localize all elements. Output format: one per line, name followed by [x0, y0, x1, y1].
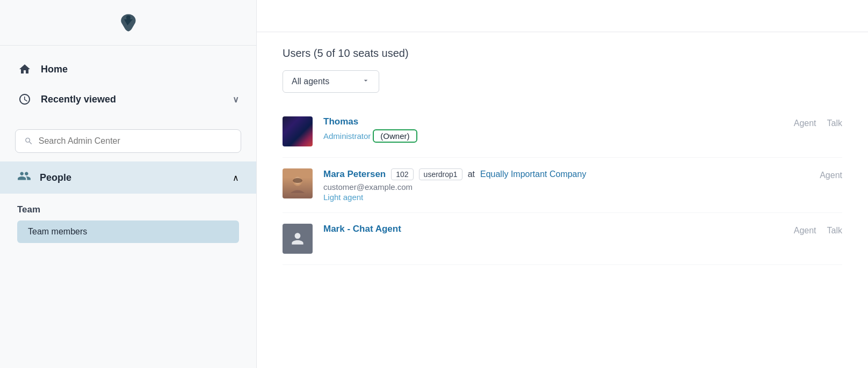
table-row: Thomas Administrator (Owner) Agent Talk	[283, 106, 842, 158]
mara-avatar-img	[288, 174, 307, 193]
main-content: Users (5 of 10 seats used) All agents Th…	[257, 0, 868, 368]
sidebar-item-people[interactable]: People ∧	[0, 161, 256, 194]
user-name[interactable]: Mara Petersen	[323, 169, 386, 180]
team-members-item[interactable]: Team members	[17, 220, 239, 243]
recently-viewed-label: Recently viewed	[41, 94, 116, 105]
at-text: at	[468, 170, 475, 179]
user-badge-102: 102	[391, 168, 413, 180]
filter-chevron-icon	[361, 76, 370, 87]
svg-point-0	[126, 16, 131, 20]
user-type: Light agent	[323, 193, 799, 202]
team-label: Team	[17, 204, 239, 215]
search-box[interactable]	[15, 129, 241, 153]
zendesk-logo	[115, 11, 141, 36]
people-icon	[17, 169, 31, 186]
user-info: Thomas Administrator (Owner)	[323, 116, 773, 143]
agent-label: Agent	[784, 224, 816, 235]
home-icon	[17, 62, 32, 77]
user-info: Mara Petersen 102 userdrop1 at Equally I…	[323, 168, 799, 202]
default-avatar-icon	[289, 230, 306, 247]
role-type: Administrator	[323, 131, 371, 141]
people-chevron: ∧	[233, 173, 239, 183]
sidebar-item-recently-viewed[interactable]: Recently viewed ∨	[0, 84, 256, 114]
avatar	[283, 168, 313, 198]
user-email: customer@example.com	[323, 182, 799, 192]
filter-label: All agents	[292, 77, 329, 86]
agent-label: Agent	[784, 116, 816, 128]
table-row: Mara Petersen 102 userdrop1 at Equally I…	[283, 158, 842, 213]
main-header	[257, 0, 868, 32]
thomas-avatar	[283, 116, 313, 146]
avatar	[283, 224, 313, 254]
product-label: Talk	[827, 224, 842, 235]
sidebar-item-home[interactable]: Home	[0, 54, 256, 84]
search-container	[0, 123, 256, 161]
users-title: Users (5 of 10 seats used)	[283, 47, 842, 60]
home-label: Home	[41, 64, 68, 75]
search-input[interactable]	[39, 136, 232, 146]
recently-viewed-chevron: ∨	[233, 94, 239, 105]
table-row: Mark - Chat Agent Agent Talk	[283, 213, 842, 265]
sidebar: Home Recently viewed ∨ People ∧ Team Tea…	[0, 0, 257, 368]
mark-avatar	[283, 224, 313, 254]
user-badge-userdrop1: userdrop1	[419, 168, 462, 180]
logo-container	[0, 0, 256, 46]
user-name[interactable]: Mark - Chat Agent	[323, 224, 401, 234]
product-label: Talk	[827, 116, 842, 128]
people-label: People	[40, 172, 224, 183]
user-name-row: Mark - Chat Agent	[323, 224, 773, 234]
user-info: Mark - Chat Agent	[323, 224, 773, 237]
agent-label: Agent	[810, 168, 842, 180]
user-name-row: Mara Petersen 102 userdrop1 at Equally I…	[323, 168, 799, 180]
svg-point-3	[293, 178, 302, 183]
search-icon	[24, 136, 33, 146]
company-name[interactable]: Equally Important Company	[480, 170, 586, 179]
mara-avatar	[283, 168, 313, 198]
team-section: Team Team members	[0, 194, 256, 247]
filter-dropdown[interactable]: All agents	[283, 70, 379, 93]
user-list: Thomas Administrator (Owner) Agent Talk	[283, 106, 842, 265]
content-area: Users (5 of 10 seats used) All agents Th…	[257, 32, 868, 280]
owner-badge: (Owner)	[373, 129, 417, 143]
sidebar-nav: Home Recently viewed ∨	[0, 46, 256, 123]
user-name-row: Thomas	[323, 116, 773, 127]
clock-icon	[17, 92, 32, 107]
user-role: Administrator (Owner)	[323, 129, 773, 143]
avatar	[283, 116, 313, 146]
user-name[interactable]: Thomas	[323, 116, 358, 127]
